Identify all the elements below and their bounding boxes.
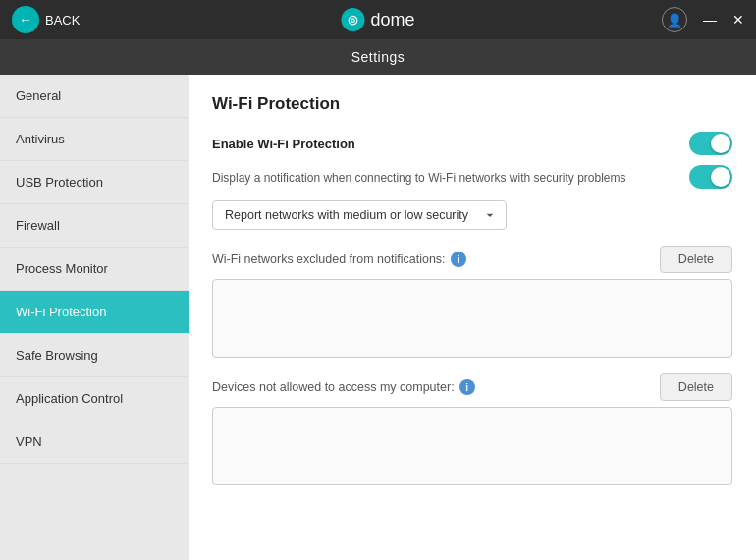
settings-title: Settings xyxy=(351,49,405,65)
back-button[interactable]: ← BACK xyxy=(12,6,80,33)
settings-bar: Settings xyxy=(0,39,756,75)
devices-label: Devices not allowed to access my compute… xyxy=(212,379,475,395)
sidebar-item-wifi-protection[interactable]: Wi-Fi Protection xyxy=(0,291,189,334)
enable-wifi-toggle-thumb xyxy=(711,134,730,153)
back-label: BACK xyxy=(45,13,80,28)
page-title: Wi-Fi Protection xyxy=(212,94,732,114)
notification-text: Display a notification when connecting t… xyxy=(212,168,689,187)
report-dropdown-row: Report networks with medium or low secur… xyxy=(212,200,732,230)
excluded-networks-row: Wi-Fi networks excluded from notificatio… xyxy=(212,246,732,273)
enable-wifi-toggle[interactable] xyxy=(689,132,732,155)
logo-text: dome xyxy=(370,10,414,30)
notification-row: Display a notification when connecting t… xyxy=(212,165,732,189)
devices-row: Devices not allowed to access my compute… xyxy=(212,373,732,401)
notification-toggle[interactable] xyxy=(689,165,732,189)
devices-box xyxy=(212,407,732,485)
sidebar-item-safe-browsing[interactable]: Safe Browsing xyxy=(0,334,189,377)
excluded-networks-box xyxy=(212,279,732,358)
report-dropdown[interactable]: Report networks with medium or low secur… xyxy=(212,200,507,230)
enable-wifi-row: Enable Wi-Fi Protection xyxy=(212,132,732,155)
sidebar-item-general[interactable]: General xyxy=(0,75,189,118)
sidebar: General Antivirus USB Protection Firewal… xyxy=(0,75,189,560)
enable-wifi-label: Enable Wi-Fi Protection xyxy=(212,137,355,151)
sidebar-item-antivirus[interactable]: Antivirus xyxy=(0,118,189,161)
delete-devices-button[interactable]: Delete xyxy=(660,373,732,401)
logo-icon: ◎ xyxy=(341,8,364,31)
close-button[interactable]: ✕ xyxy=(732,12,744,28)
notification-toggle-track[interactable] xyxy=(689,165,732,189)
sidebar-item-vpn[interactable]: VPN xyxy=(0,420,189,464)
sidebar-item-application-control[interactable]: Application Control xyxy=(0,377,189,420)
window-controls: 👤 — ✕ xyxy=(662,7,744,32)
titlebar: ← BACK ◎ dome 👤 — ✕ xyxy=(0,0,756,39)
notification-toggle-thumb xyxy=(711,167,730,187)
app-logo: ◎ dome xyxy=(341,8,414,31)
main-layout: General Antivirus USB Protection Firewal… xyxy=(0,75,756,560)
excluded-networks-info-icon[interactable]: i xyxy=(451,252,466,267)
devices-info-icon[interactable]: i xyxy=(459,379,475,395)
user-icon[interactable]: 👤 xyxy=(662,7,687,32)
excluded-networks-label: Wi-Fi networks excluded from notificatio… xyxy=(212,252,466,267)
minimize-button[interactable]: — xyxy=(703,12,717,28)
notification-label: Display a notification when connecting t… xyxy=(212,171,626,185)
content-area: Wi-Fi Protection Enable Wi-Fi Protection… xyxy=(189,75,756,560)
sidebar-item-process-monitor[interactable]: Process Monitor xyxy=(0,248,189,291)
back-circle-icon: ← xyxy=(12,6,39,33)
enable-wifi-toggle-track[interactable] xyxy=(689,132,732,155)
sidebar-item-usb-protection[interactable]: USB Protection xyxy=(0,161,189,204)
delete-excluded-button[interactable]: Delete xyxy=(660,246,732,273)
sidebar-item-firewall[interactable]: Firewall xyxy=(0,204,189,248)
